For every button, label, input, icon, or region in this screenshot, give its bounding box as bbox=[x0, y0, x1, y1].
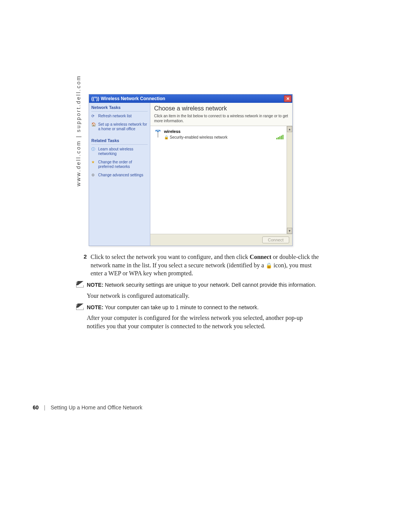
star-icon: ★ bbox=[91, 160, 97, 165]
page-number: 60 bbox=[33, 404, 39, 411]
note-2: NOTE: Your computer can take up to 1 min… bbox=[87, 304, 320, 311]
network-name: wireless bbox=[164, 129, 275, 134]
paragraph: Your network is configured automatically… bbox=[87, 292, 320, 300]
change-order[interactable]: ★ Change the order of preferred networks bbox=[91, 160, 148, 169]
scrollbar[interactable]: ▲ ▼ bbox=[287, 126, 292, 234]
setup-icon: 🏠 bbox=[91, 122, 97, 127]
note-icon bbox=[76, 282, 84, 288]
svg-rect-1 bbox=[158, 132, 158, 137]
refresh-icon: ⟳ bbox=[91, 114, 97, 118]
network-tasks-header: Network Tasks bbox=[91, 105, 148, 110]
scroll-up-button[interactable]: ▲ bbox=[287, 126, 292, 132]
lock-icon: 🔒 bbox=[164, 135, 169, 139]
choose-network-sub: Click an item in the list below to conne… bbox=[150, 113, 292, 126]
note-icon bbox=[76, 304, 84, 310]
page-footer: 60 | Setting Up a Home and Office Networ… bbox=[33, 404, 142, 411]
note-1: NOTE: Network security settings are uniq… bbox=[87, 281, 320, 289]
network-security: 🔒Security-enabled wireless network bbox=[164, 135, 275, 139]
titlebar: ((°)) Wireless Network Connection ✕ bbox=[89, 94, 292, 103]
learn-wireless[interactable]: ⓘ Learn about wireless networking bbox=[91, 147, 148, 156]
wireless-dialog: ((°)) Wireless Network Connection ✕ Netw… bbox=[89, 94, 293, 246]
network-item[interactable]: wireless 🔒Security-enabled wireless netw… bbox=[153, 128, 284, 141]
section-title: Setting Up a Home and Office Network bbox=[51, 404, 142, 411]
info-icon: ⓘ bbox=[91, 147, 97, 152]
scroll-down-button[interactable]: ▼ bbox=[287, 228, 292, 234]
header-url: www.dell.com | support.dell.com bbox=[75, 75, 81, 187]
gear-icon: ⚙ bbox=[91, 173, 97, 177]
step-number: 2 bbox=[76, 253, 91, 278]
connect-button[interactable]: Connect bbox=[262, 236, 289, 243]
step-2: 2 Click to select the network you want t… bbox=[76, 253, 320, 278]
network-list: wireless 🔒Security-enabled wireless netw… bbox=[150, 126, 292, 234]
wireless-icon: ((°)) bbox=[91, 96, 99, 101]
refresh-network-list[interactable]: ⟳ Refresh network list bbox=[91, 114, 148, 118]
related-tasks-header: Related Tasks bbox=[91, 138, 148, 143]
choose-network-heading: Choose a wireless network bbox=[150, 103, 292, 113]
paragraph: After your computer is configured for th… bbox=[87, 314, 320, 330]
antenna-icon bbox=[153, 130, 162, 139]
signal-bars-icon bbox=[276, 135, 284, 139]
close-button[interactable]: ✕ bbox=[284, 95, 292, 102]
lock-icon: 🔒 bbox=[266, 263, 272, 268]
advanced-settings[interactable]: ⚙ Change advanced settings bbox=[91, 173, 148, 177]
svg-point-0 bbox=[157, 131, 159, 132]
setup-wireless-network[interactable]: 🏠 Set up a wireless network for a home o… bbox=[91, 122, 148, 131]
left-tasks-pane: Network Tasks ⟳ Refresh network list 🏠 S… bbox=[89, 103, 150, 246]
window-title: Wireless Network Connection bbox=[101, 96, 284, 101]
